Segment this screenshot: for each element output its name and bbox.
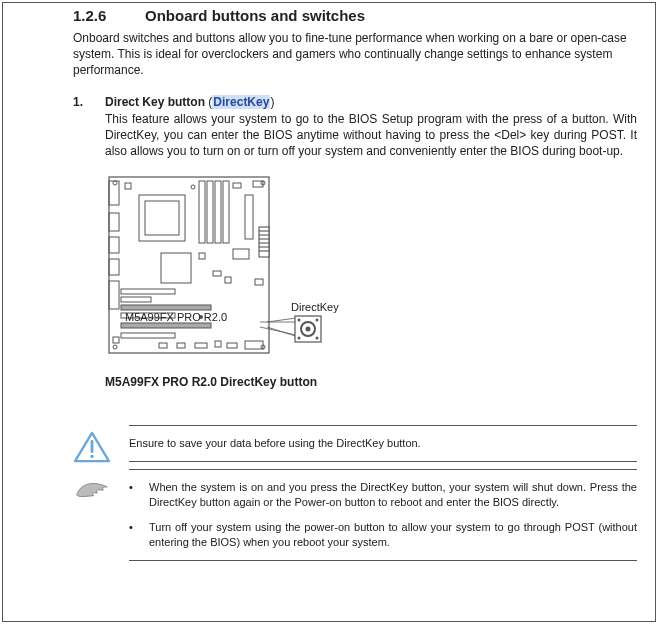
- svg-rect-21: [125, 183, 131, 189]
- item-number: 1.: [73, 95, 105, 160]
- svg-rect-6: [139, 195, 185, 241]
- item-description: This feature allows your system to go to…: [105, 111, 637, 160]
- svg-rect-26: [213, 271, 221, 276]
- svg-rect-3: [109, 237, 119, 253]
- info-list: • When the system is on and you press th…: [129, 480, 637, 549]
- svg-rect-29: [121, 289, 175, 294]
- svg-rect-36: [177, 343, 185, 348]
- svg-rect-35: [159, 343, 167, 348]
- bullet-icon: •: [129, 480, 135, 510]
- svg-rect-38: [215, 341, 221, 347]
- svg-rect-20: [161, 253, 191, 283]
- svg-rect-34: [121, 333, 175, 338]
- svg-rect-41: [113, 337, 119, 343]
- list-item: • When the system is on and you press th…: [129, 480, 637, 510]
- svg-rect-31: [121, 305, 211, 310]
- warning-text: Ensure to save your data before using th…: [129, 437, 421, 449]
- warning-icon: [73, 431, 111, 463]
- svg-rect-25: [199, 253, 205, 259]
- svg-point-55: [298, 337, 301, 340]
- svg-rect-10: [215, 181, 221, 243]
- board-model-text: M5A99FX PRO R2.0: [125, 311, 227, 323]
- intro-paragraph: Onboard switches and buttons allow you t…: [73, 30, 637, 79]
- directkey-label: DirectKey: [291, 301, 339, 313]
- item-tag: DirectKey: [212, 95, 270, 109]
- motherboard-diagram: M5A99FX PRO R2.0 DirectKey: [105, 173, 365, 368]
- directkey-button-illustration: DirectKey: [260, 301, 339, 342]
- info-text-1: When the system is on and you press the …: [149, 480, 637, 510]
- svg-rect-39: [227, 343, 237, 348]
- svg-rect-9: [207, 181, 213, 243]
- manual-page: 1.2.6 Onboard buttons and switches Onboa…: [2, 2, 656, 622]
- svg-point-43: [113, 181, 117, 185]
- svg-rect-2: [109, 213, 119, 231]
- svg-rect-22: [233, 183, 241, 188]
- svg-point-54: [316, 319, 319, 322]
- svg-point-45: [113, 345, 117, 349]
- svg-rect-33: [121, 323, 211, 328]
- svg-line-49: [260, 327, 296, 335]
- svg-point-53: [298, 319, 301, 322]
- svg-rect-8: [199, 181, 205, 243]
- svg-rect-4: [109, 259, 119, 275]
- svg-rect-40: [245, 341, 263, 349]
- info-text-2: Turn off your system using the power-on …: [149, 520, 637, 550]
- svg-point-61: [90, 455, 93, 458]
- svg-rect-5: [109, 281, 119, 309]
- svg-point-56: [316, 337, 319, 340]
- svg-rect-37: [195, 343, 207, 348]
- section-number: 1.2.6: [73, 7, 145, 24]
- item-tag-close: ): [270, 95, 274, 109]
- list-item: 1. Direct Key button (DirectKey) This fe…: [73, 95, 637, 160]
- figure-caption: M5A99FX PRO R2.0 DirectKey button: [105, 375, 637, 389]
- svg-rect-30: [121, 297, 151, 302]
- svg-rect-24: [233, 249, 249, 259]
- hand-icon: [73, 475, 111, 507]
- list-item: • Turn off your system using the power-o…: [129, 520, 637, 550]
- section-heading: 1.2.6 Onboard buttons and switches: [73, 2, 637, 26]
- svg-rect-11: [223, 181, 229, 243]
- item-title-line: Direct Key button (DirectKey): [105, 95, 637, 109]
- bullet-icon: •: [129, 520, 135, 550]
- warning-note: Ensure to save your data before using th…: [73, 425, 637, 463]
- svg-rect-7: [145, 201, 179, 235]
- svg-rect-12: [245, 195, 253, 239]
- svg-rect-27: [225, 277, 231, 283]
- info-note: • When the system is on and you press th…: [73, 469, 637, 560]
- item-title: Direct Key button: [105, 95, 205, 109]
- svg-point-58: [306, 327, 311, 332]
- svg-point-47: [191, 185, 195, 189]
- figure: M5A99FX PRO R2.0 DirectKey M5A99FX PRO R…: [105, 173, 637, 389]
- svg-rect-28: [255, 279, 263, 285]
- section-title: Onboard buttons and switches: [145, 7, 365, 24]
